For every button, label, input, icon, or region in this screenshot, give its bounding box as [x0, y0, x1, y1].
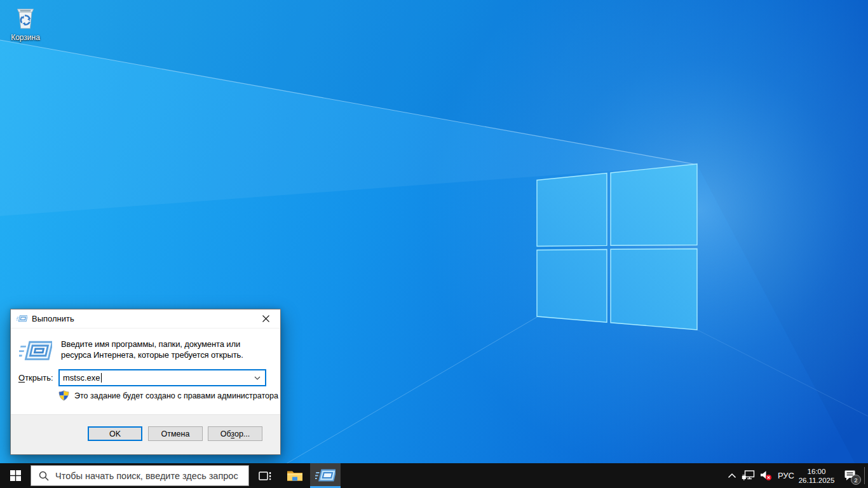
close-icon: [262, 315, 269, 322]
admin-notice-row: Это задание будет создано с правами адми…: [58, 390, 278, 401]
ok-button[interactable]: OK: [88, 426, 142, 441]
recycle-bin-icon: [12, 5, 39, 32]
notification-badge: 2: [851, 475, 861, 485]
recycle-bin-label: Корзина: [3, 33, 48, 42]
open-combobox[interactable]: mstsc.exe: [58, 369, 266, 386]
dialog-title: Выполнить: [32, 314, 74, 323]
browse-button[interactable]: Обзор...: [208, 426, 262, 441]
dialog-description: Введите имя программы, папки, документа …: [61, 339, 271, 360]
dialog-titlebar[interactable]: Выполнить: [11, 309, 280, 329]
chevron-down-icon: [254, 376, 261, 380]
clock[interactable]: 16:00 26.11.2025: [796, 463, 837, 488]
open-combobox-value[interactable]: mstsc.exe: [63, 373, 100, 383]
tray-date: 26.11.2025: [799, 476, 835, 485]
volume-tray-icon[interactable]: [757, 463, 775, 488]
taskbar: РУС 16:00 26.11.2025 2: [0, 463, 868, 488]
start-icon: [10, 470, 21, 481]
ethernet-network-icon: [742, 470, 755, 481]
show-desktop-button[interactable]: [864, 467, 865, 484]
combobox-dropdown-button[interactable]: [252, 373, 262, 383]
task-view-icon: [257, 470, 272, 482]
close-button[interactable]: [252, 309, 280, 328]
tray-time: 16:00: [808, 467, 826, 476]
taskbar-run-app-active[interactable]: [310, 463, 341, 488]
file-explorer-button[interactable]: [280, 463, 310, 488]
action-center-button[interactable]: 2: [837, 463, 863, 488]
file-explorer-icon: [287, 469, 303, 482]
search-icon: [38, 470, 50, 482]
run-icon-large: [19, 339, 52, 365]
uac-shield-icon: [58, 390, 69, 401]
dialog-footer: OK Отмена Обзор...: [11, 414, 280, 454]
cancel-button[interactable]: Отмена: [148, 426, 203, 441]
text-caret: [101, 373, 102, 383]
network-tray-icon[interactable]: [740, 463, 757, 488]
run-taskbar-icon: [315, 468, 336, 484]
run-icon: [17, 315, 27, 323]
language-indicator[interactable]: РУС: [775, 463, 797, 488]
admin-notice-text: Это задание будет создано с правами адми…: [74, 391, 278, 400]
taskbar-search-box[interactable]: [31, 465, 249, 486]
task-view-button[interactable]: [249, 463, 280, 488]
speaker-muted-icon: [760, 470, 772, 481]
start-button[interactable]: [0, 463, 31, 488]
chevron-up-icon: [728, 473, 736, 478]
desktop: Корзина Выполнить: [0, 0, 868, 488]
tray-expand-button[interactable]: [724, 463, 740, 488]
open-label: Открыть:: [18, 373, 53, 383]
desktop-icon-recycle-bin[interactable]: Корзина: [3, 5, 48, 42]
run-dialog: Выполнить Введите имя программы: [10, 309, 281, 455]
dialog-body: Введите имя программы, папки, документа …: [11, 329, 280, 415]
search-input[interactable]: [55, 471, 248, 481]
